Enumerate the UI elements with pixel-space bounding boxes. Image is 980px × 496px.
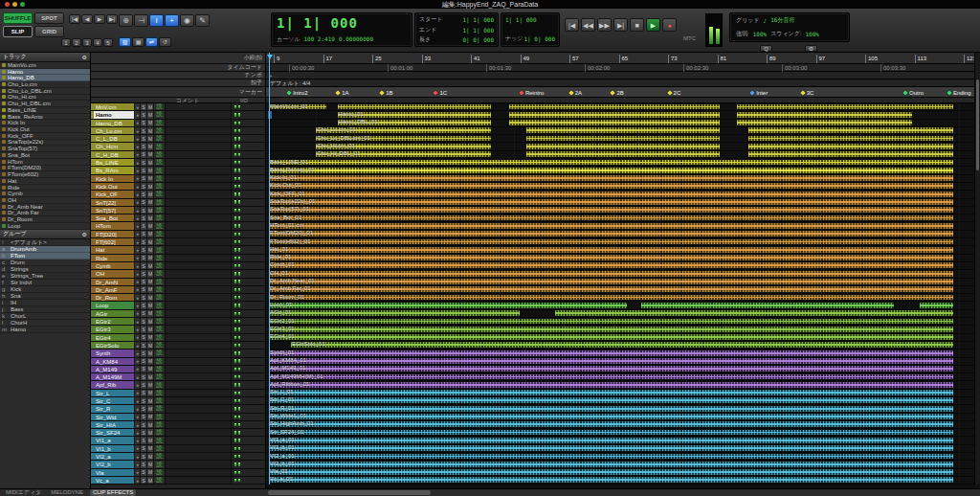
comment-cell[interactable] [165, 397, 231, 404]
audio-clip[interactable]: Cho_Lo.cm_01 [316, 127, 491, 133]
track-header-row[interactable]: VI2_a●SM読 [91, 453, 265, 461]
track-name[interactable]: Vla [94, 469, 134, 476]
track-header-row[interactable]: Hat●SM読 [91, 246, 265, 254]
mute-button[interactable]: M [146, 294, 153, 301]
timeline-marker[interactable]: Inter [750, 88, 768, 97]
track-lane[interactable]: EGtr4_01 [266, 334, 980, 342]
mute-button[interactable]: M [146, 429, 153, 436]
track-lane[interactable]: EGtrSolo_01 [266, 342, 980, 349]
sidebar-track-item[interactable]: Loop [0, 223, 90, 230]
timeline-marker[interactable]: 1C [434, 88, 447, 97]
playhead-marker-icon[interactable] [267, 55, 273, 59]
comment-cell[interactable] [165, 429, 231, 436]
comment-cell[interactable] [165, 366, 231, 372]
audio-clip[interactable] [526, 151, 719, 157]
track-lane[interactable]: Str_SF24_01 [266, 429, 980, 437]
audio-clip[interactable]: MainVo.cm_01 [269, 104, 326, 110]
solo-button[interactable]: S [140, 294, 146, 301]
mode-slip-button[interactable]: SLIP [3, 26, 33, 37]
audio-clip[interactable] [737, 104, 953, 110]
solo-button[interactable]: S [140, 151, 146, 158]
scrubber-tool[interactable]: ◉ [180, 14, 194, 27]
mute-button[interactable]: M [146, 358, 153, 365]
comment-cell[interactable] [165, 461, 231, 467]
ruler-label-timecode[interactable]: タイムコード [91, 64, 265, 72]
automation-mode-button[interactable]: 読 [153, 326, 165, 332]
solo-button[interactable]: S [140, 318, 146, 325]
mute-button[interactable]: M [146, 127, 153, 134]
audio-clip[interactable]: Vla_01 [269, 469, 953, 475]
solo-button[interactable]: S [140, 231, 146, 237]
sidebar-group-item[interactable]: hSna [0, 293, 90, 300]
track-lane[interactable]: VI2_a_01 [266, 453, 980, 461]
track-lane[interactable]: Dr_Amb Far_01 [266, 286, 980, 294]
audio-clip[interactable] [748, 144, 954, 149]
timeline-marker[interactable]: 2A [569, 88, 582, 97]
track-lane[interactable]: AGtr_01 [266, 310, 980, 318]
track-header-row[interactable]: Hamo●SM読 [91, 111, 265, 119]
pencil-tool[interactable]: ✎ [195, 14, 210, 27]
track-name[interactable]: VI1_a [94, 437, 134, 443]
track-header-row[interactable]: Bs_LINE●SM読 [91, 159, 265, 167]
mute-button[interactable]: M [146, 477, 153, 484]
zoom-tool[interactable]: ⊕ [119, 14, 133, 27]
audio-clip[interactable]: Dr_Amb Far_01 [269, 286, 953, 292]
solo-button[interactable]: S [140, 103, 146, 110]
sidebar-group-item[interactable]: gKick [0, 286, 90, 293]
solo-button[interactable]: S [140, 167, 146, 173]
automation-mode-button[interactable]: 読 [153, 349, 165, 356]
automation-mode-button[interactable]: 読 [153, 246, 165, 253]
track-lane[interactable]: Vc_a_01 [266, 477, 980, 485]
solo-button[interactable]: S [140, 326, 146, 332]
track-lane[interactable]: Synth_01 [266, 349, 980, 357]
comment-cell[interactable] [165, 270, 231, 277]
audio-clip[interactable]: VI2_a_01 [269, 454, 953, 460]
comment-cell[interactable] [165, 143, 231, 149]
sidebar-track-item[interactable]: Cho_Lo_DBL.cm [0, 88, 90, 95]
automation-mode-button[interactable]: 読 [153, 214, 165, 221]
solo-button[interactable]: S [140, 207, 146, 214]
track-name[interactable]: Hamo [94, 111, 134, 118]
solo-button[interactable]: S [140, 238, 146, 245]
sidebar-track-item[interactable]: Cho_Lo.cm [0, 81, 90, 88]
automation-mode-button[interactable]: 読 [153, 414, 165, 420]
solo-button[interactable]: S [140, 405, 146, 412]
insertion-follows-toggle[interactable]: ⇄ [145, 37, 158, 47]
track-name[interactable]: FT[D20] [94, 231, 134, 237]
sidebar-track-item[interactable]: Kick Out [0, 126, 90, 133]
groups-panel-gear-icon[interactable]: ⚙ [82, 231, 87, 237]
playhead-line[interactable] [269, 53, 270, 485]
secondary-counter-value[interactable]: 1| 1| 000 [505, 16, 537, 23]
audio-clip[interactable] [737, 120, 912, 125]
track-name[interactable]: Ch_Lo.cm [94, 127, 134, 134]
solo-button[interactable]: S [140, 390, 146, 396]
mute-button[interactable]: M [146, 143, 153, 149]
solo-button[interactable]: S [140, 437, 146, 443]
mode-grid-button[interactable]: GRID [34, 26, 64, 37]
track-header-row[interactable]: Str_R●SM読 [91, 405, 265, 413]
automation-mode-button[interactable]: 読 [153, 461, 165, 467]
vertical-scrollbar[interactable] [974, 53, 980, 485]
tracks-panel-header[interactable]: トラック ⚙ [0, 53, 90, 62]
solo-button[interactable]: S [140, 358, 146, 365]
track-lane[interactable]: Kick In_01 [266, 175, 980, 183]
zoom-arrow-button[interactable]: |◀ [69, 14, 80, 24]
automation-mode-button[interactable]: 読 [153, 405, 165, 412]
solo-button[interactable]: S [140, 183, 146, 190]
meter-ruler[interactable]: デフォルト: 4/4 [266, 79, 980, 87]
automation-mode-button[interactable]: 読 [153, 477, 165, 484]
mute-button[interactable]: M [146, 120, 153, 126]
audio-clip[interactable]: Dr_Room_01 [269, 295, 953, 301]
solo-button[interactable]: S [140, 381, 146, 388]
track-header-row[interactable]: Ch_Lo.cm●SM読 [91, 127, 265, 135]
sidebar-track-item[interactable]: FTom(e602) [0, 171, 90, 178]
track-lane[interactable]: Cho_Lo.cm_01 [266, 127, 980, 135]
track-name[interactable]: Str_HIA [94, 421, 134, 428]
track-name[interactable]: EGtrSolo [94, 342, 134, 349]
track-header-row[interactable]: EGtr4●SM読 [91, 334, 265, 342]
selector-tool[interactable]: I [149, 14, 164, 27]
audio-clip[interactable]: Str_R_01 [269, 406, 953, 412]
comment-cell[interactable] [165, 342, 231, 349]
solo-button[interactable]: S [140, 334, 146, 341]
track-header-row[interactable]: VI2_b●SM読 [91, 461, 265, 468]
